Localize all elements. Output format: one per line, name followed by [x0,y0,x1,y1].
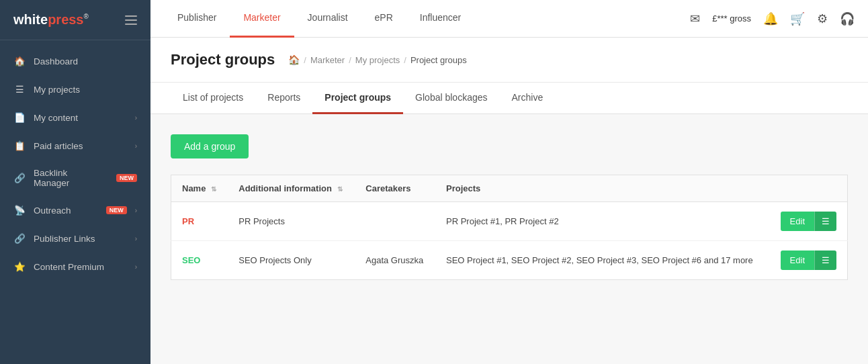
info-sort-icon[interactable]: ⇅ [337,185,343,193]
sidebar-label-my-projects: My projects [34,85,137,95]
mail-icon[interactable]: ✉ [690,11,700,26]
paid-articles-icon: 📋 [13,140,26,152]
col-header-projects: Projects [435,175,769,202]
more-button-seo[interactable]: ☰ [814,251,836,270]
top-nav: Publisher Marketer Journalist ePR Influe… [150,0,868,38]
my-content-chevron: › [135,114,137,122]
publisher-links-icon: 🔗 [13,232,26,244]
outreach-badge: NEW [106,206,127,214]
row-projects-seo: SEO Project #1, SEO Project #2, SEO Proj… [435,241,769,280]
sidebar-item-dashboard[interactable]: 🏠 Dashboard [0,47,150,75]
logo-red: press [48,12,83,27]
sidebar-label-dashboard: Dashboard [34,56,137,66]
tab-reports[interactable]: Reports [255,83,312,114]
page-title: Project groups [171,51,275,69]
headset-icon[interactable]: 🎧 [840,11,855,26]
sidebar: whitepress® 🏠 Dashboard ☰ My projects 📄 … [0,0,150,364]
content-premium-chevron: › [135,263,137,271]
settings-icon[interactable]: ⚙ [817,11,828,26]
logo-reg: ® [84,13,89,20]
breadcrumb-marketer[interactable]: Marketer [310,55,345,65]
table-row: SEO SEO Projects Only Agata Gruszka SEO … [171,241,848,280]
logo-area: whitepress® [0,0,150,40]
row-actions-pr: Edit ☰ [769,202,848,241]
sidebar-item-publisher-links[interactable]: 🔗 Publisher Links › [0,224,150,253]
row-actions-seo: Edit ☰ [769,241,848,280]
nav-epr[interactable]: ePR [361,0,406,38]
content-body: Add a group Name ⇅ Additional informatio… [150,114,868,300]
row-name-seo: SEO [171,241,228,280]
tabs-bar: List of projects Reports Project groups … [150,83,868,114]
row-name-pr: PR [171,202,228,241]
breadcrumb-sep-2: / [349,55,351,65]
action-group-seo: Edit ☰ [781,251,836,270]
sidebar-label-content-premium: Content Premium [34,262,127,272]
dashboard-icon: 🏠 [13,55,26,67]
logo: whitepress® [13,12,89,28]
table-header: Name ⇅ Additional information ⇅ Caretake… [171,175,848,202]
backlink-manager-icon: 🔗 [13,172,26,184]
nav-marketer[interactable]: Marketer [230,0,294,38]
row-caretakers-pr [355,202,435,241]
action-group-pr: Edit ☰ [781,212,836,231]
sidebar-item-content-premium[interactable]: ⭐ Content Premium › [0,253,150,281]
name-sort-icon[interactable]: ⇅ [211,185,216,193]
row-info-seo: SEO Projects Only [228,241,355,280]
tab-global-blockages[interactable]: Global blockages [403,83,499,114]
table-header-row: Name ⇅ Additional information ⇅ Caretake… [171,175,848,202]
row-caretakers-seo: Agata Gruszka [355,241,435,280]
publisher-links-chevron: › [135,235,137,242]
content-premium-icon: ⭐ [13,261,26,273]
nav-publisher[interactable]: Publisher [164,0,230,38]
tab-list-of-projects[interactable]: List of projects [171,83,255,114]
breadcrumb-current: Project groups [410,55,467,65]
col-header-caretakers: Caretakers [355,175,435,202]
my-projects-icon: ☰ [13,83,26,95]
breadcrumb-sep-1: / [304,55,306,65]
breadcrumb-sep-3: / [404,55,406,65]
cart-icon[interactable]: 🛒 [790,11,805,26]
sidebar-label-my-content: My content [34,113,127,123]
top-nav-links: Publisher Marketer Journalist ePR Influe… [164,0,690,38]
top-nav-actions: ✉ £*** gross 🔔 🛒 ⚙ 🎧 [690,11,855,26]
edit-button-pr[interactable]: Edit [781,212,814,231]
col-header-name: Name ⇅ [171,175,228,202]
nav-journalist[interactable]: Journalist [294,0,361,38]
nav-influencer[interactable]: Influencer [406,0,474,38]
content-area: Project groups 🏠 / Marketer / My project… [150,38,868,364]
breadcrumb-my-projects[interactable]: My projects [355,55,400,65]
breadcrumb: 🏠 / Marketer / My projects / Project gro… [288,54,466,65]
sidebar-item-paid-articles[interactable]: 📋 Paid articles › [0,132,150,160]
col-header-additional-info: Additional information ⇅ [228,175,355,202]
sidebar-item-my-content[interactable]: 📄 My content › [0,103,150,132]
balance-display: £*** gross [712,13,751,24]
row-info-pr: PR Projects [228,202,355,241]
logo-white: white [13,12,48,27]
tab-archive[interactable]: Archive [500,83,556,114]
bell-icon[interactable]: 🔔 [763,11,778,26]
page-header: Project groups 🏠 / Marketer / My project… [150,38,868,83]
backlink-manager-badge: NEW [116,174,137,182]
sidebar-label-outreach: Outreach [34,206,95,216]
add-group-button[interactable]: Add a group [171,134,249,158]
table-row: PR PR Projects PR Project #1, PR Project… [171,202,848,241]
sidebar-item-outreach[interactable]: 📡 Outreach NEW › [0,196,150,224]
sidebar-item-my-projects[interactable]: ☰ My projects [0,75,150,103]
outreach-icon: 📡 [13,204,26,216]
more-button-pr[interactable]: ☰ [814,212,836,231]
project-groups-table: Name ⇅ Additional information ⇅ Caretake… [171,175,848,280]
sidebar-label-backlink-manager: Backlink Manager [34,168,105,188]
edit-button-seo[interactable]: Edit [781,251,814,270]
sidebar-label-paid-articles: Paid articles [34,141,127,151]
table-body: PR PR Projects PR Project #1, PR Project… [171,202,848,280]
sidebar-nav: 🏠 Dashboard ☰ My projects 📄 My content ›… [0,40,150,364]
home-icon[interactable]: 🏠 [288,54,300,65]
main-area: Publisher Marketer Journalist ePR Influe… [150,0,868,364]
sidebar-item-backlink-manager[interactable]: 🔗 Backlink Manager NEW [0,160,150,196]
row-projects-pr: PR Project #1, PR Project #2 [435,202,769,241]
paid-articles-chevron: › [135,142,137,150]
outreach-chevron: › [135,207,137,214]
tab-project-groups[interactable]: Project groups [312,83,403,114]
sidebar-label-publisher-links: Publisher Links [34,234,127,244]
hamburger-button[interactable] [125,15,137,25]
